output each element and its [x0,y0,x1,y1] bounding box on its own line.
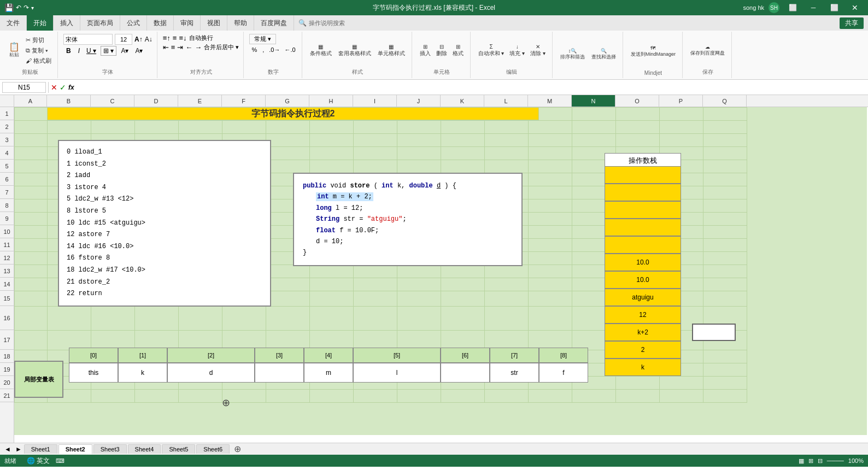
lv-value-2[interactable]: d [167,363,255,383]
cell-r4-c6[interactable] [266,147,310,160]
bold-btn[interactable]: B [63,46,74,56]
cell-r1-c14[interactable] [616,108,660,121]
cell-r6-c16[interactable] [703,173,747,186]
sheet-tab-2[interactable]: Sheet2 [58,444,92,454]
tab-insert[interactable]: 插入 [54,15,80,31]
lv-value-8[interactable]: f [539,363,588,383]
cell-r15-c8[interactable] [354,291,397,307]
col-header-M[interactable]: M [528,95,572,107]
cell-r9-c12[interactable] [529,213,572,226]
cell-r21-c7[interactable] [310,390,354,403]
number-format-select[interactable]: 常规 ▾ [249,34,276,44]
cell-r2-c15[interactable] [660,121,703,134]
cell-r20-c14[interactable] [616,377,660,390]
grid-content[interactable]: 字节码指令执行过程2 0 iload_1 1 iconst_2 2 iadd 3… [14,107,868,443]
cell-r8-c12[interactable] [529,199,572,213]
format-painter-btn[interactable]: 🖌 格式刷 [24,56,53,66]
row-header-11[interactable]: 11 [0,238,14,251]
border-btn[interactable]: ⊞ ▾ [101,46,116,56]
col-header-O[interactable]: O [615,95,659,107]
cell-r2-c1[interactable] [48,121,91,134]
align-left-btn[interactable]: ⇤ [163,43,169,51]
row-header-20[interactable]: 20 [0,376,14,389]
title-merged-cell[interactable]: 字节码指令执行过程2 [47,107,539,120]
cell-r2-c0[interactable] [15,121,48,134]
cell-r2-c7[interactable] [310,121,354,134]
tab-page-layout[interactable]: 页面布局 [80,15,120,31]
scroll-sheets-left[interactable]: ◄ [2,445,13,453]
col-header-J[interactable]: J [397,95,441,107]
col-header-Q[interactable]: Q [703,95,747,107]
ribbon-collapse-btn[interactable]: ⬜ [784,0,801,15]
col-header-B[interactable]: B [47,95,91,107]
tab-file[interactable]: 文件 [0,15,27,31]
tab-help[interactable]: 帮助 [227,15,254,31]
maximize-btn[interactable]: ⬜ [825,0,843,15]
cell-r3-c8[interactable] [354,134,397,147]
cell-r2-c13[interactable] [572,121,616,134]
cell-r3-c15[interactable] [660,134,703,147]
cell-r3-c16[interactable] [703,134,747,147]
row-header-3[interactable]: 3 [0,133,14,146]
cell-r14-c11[interactable] [485,278,529,291]
cell-r12-c16[interactable] [703,252,747,265]
font-grow-btn[interactable]: A↑ [134,36,143,43]
cell-r3-c11[interactable] [485,134,529,147]
cell-r21-c16[interactable] [703,390,747,403]
autosum-btn[interactable]: Σ自动求和 ▾ [476,43,507,58]
col-header-D[interactable]: D [134,95,178,107]
merge-btn[interactable]: 合并后居中 ▾ [204,43,239,51]
cell-r13-c10[interactable] [441,265,485,278]
add-sheet-btn[interactable]: ⊕ [231,444,244,454]
align-right-btn[interactable]: ⇥ [177,43,183,51]
row-header-7[interactable]: 7 [0,186,14,199]
decrease-decimal-btn[interactable]: ←.0 [283,46,297,54]
col-header-C[interactable]: C [91,95,134,107]
align-top-btn[interactable]: ≡↑ [163,34,171,42]
cell-r2-c10[interactable] [441,121,485,134]
cell-r4-c0[interactable] [15,147,48,160]
fill-btn[interactable]: ↓填充 ▾ [507,43,527,58]
cell-r7-c12[interactable] [529,186,572,199]
row-header-1[interactable]: 1 [0,107,14,120]
cell-r10-c12[interactable] [529,226,572,239]
lv-value-3[interactable] [255,363,304,383]
font-color-btn[interactable]: A▾ [133,46,145,55]
row-header-21[interactable]: 21 [0,389,14,402]
lv-value-5[interactable]: l [353,363,441,383]
col-header-I[interactable]: I [353,95,397,107]
row-header-14[interactable]: 14 [0,278,14,291]
lv-value-1[interactable]: k [118,363,167,383]
mindmanager-btn[interactable]: 🗺发送到MindManager [629,44,678,59]
cell-r3-c14[interactable] [616,134,660,147]
cell-r10-c0[interactable] [15,226,48,239]
cell-r15-c10[interactable] [441,291,485,307]
cell-r16-c6[interactable] [266,307,310,331]
cell-r14-c10[interactable] [441,278,485,291]
cell-r8-c0[interactable] [15,199,48,213]
cell-r5-c0[interactable] [15,160,48,173]
row-header-5[interactable]: 5 [0,160,14,173]
insert-cells-btn[interactable]: ⊞插入 [418,43,433,58]
cell-r5-c8[interactable] [354,160,397,173]
selected-cell-n15[interactable] [692,324,736,341]
customize-icon[interactable]: ▾ [31,5,34,11]
corner-cell[interactable] [0,95,14,107]
cell-r15-c16[interactable] [703,291,747,307]
cell-r5-c16[interactable] [703,160,747,173]
cell-r21-c9[interactable] [397,390,441,403]
cell-r16-c1[interactable] [48,307,91,331]
view-page-break-btn[interactable]: ⊟ [818,457,823,465]
cell-r13-c8[interactable] [354,265,397,278]
conditional-format-btn[interactable]: ▦条件格式 [308,43,334,58]
col-header-F[interactable]: F [222,95,266,107]
cell-r2-c5[interactable] [222,121,266,134]
col-header-P[interactable]: P [659,95,703,107]
cell-r15-c6[interactable] [266,291,310,307]
col-header-N[interactable]: N [572,95,615,107]
save-baidu-btn[interactable]: ☁保存到百度网盘 [688,43,727,58]
cell-r14-c16[interactable] [703,278,747,291]
cell-r21-c11[interactable] [485,390,529,403]
tab-home[interactable]: 开始 [27,15,54,31]
cell-r12-c12[interactable] [529,252,572,265]
